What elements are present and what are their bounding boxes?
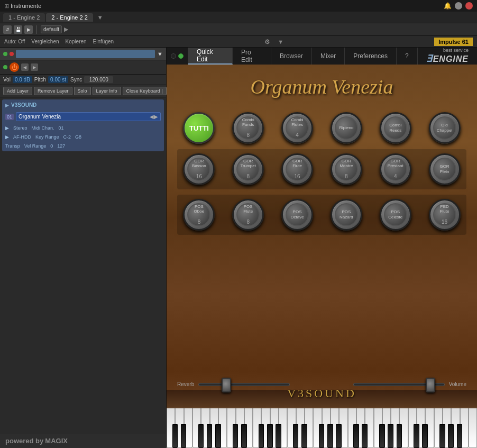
copy-btn[interactable]: Kopieren [66,39,87,44]
key-range-end: G8 [75,134,81,140]
stop-ripieno[interactable]: Ripieno [331,112,362,144]
remove-layer-button[interactable]: Remove Layer [34,87,72,95]
org-bk-4-0[interactable] [414,424,419,448]
org-bk-4-1[interactable] [422,424,428,448]
pitch-value[interactable]: 0.00 st [48,76,68,83]
layer-expand-3[interactable]: ▶ [5,134,9,140]
paste-btn[interactable]: Einfügen [93,39,114,44]
tab-preferences[interactable]: Preferences [345,48,397,65]
project-input[interactable]: new project [16,50,155,58]
vol-value[interactable]: 0.0 dB [13,76,32,83]
volume-slider-track[interactable] [353,383,445,386]
org-bk-0-5[interactable] [215,424,221,448]
org-bk-1-0[interactable] [233,424,238,448]
org-bk-2-1[interactable] [301,424,307,448]
layer-expand-2[interactable]: ▶ [5,125,9,131]
org-bk-0-0[interactable] [172,424,178,448]
stop-gor-basson[interactable]: GORBasson16 [183,153,215,185]
layer-info-button[interactable]: Layer Info [93,87,121,95]
org-bk-2-3[interactable] [319,424,325,448]
tab-expand[interactable]: ▼ [94,14,106,21]
stop-combi-flutes[interactable]: CombiFlutes4 [281,112,313,144]
stop-pos-octave[interactable]: POSOctave [281,199,313,231]
org-bk-3-5[interactable] [397,424,402,448]
layer-expand-arrow[interactable]: ▶ [5,103,9,108]
layer-name-select[interactable]: Organum Venezia ◀▶ [16,112,161,121]
reverb-slider-track[interactable] [198,383,290,386]
stop-gor-prestant[interactable]: GORPrestant4 [380,153,411,185]
org-bk-3-1[interactable] [362,424,368,448]
add-layer-button[interactable]: Add Layer [3,87,32,95]
nav-prev[interactable]: ◀ [21,63,29,71]
nav-next[interactable]: ▶ [31,63,38,71]
layer-channel: 01 [5,114,14,120]
redo-icon[interactable]: ▶ [24,25,33,34]
stop-pos-flute[interactable]: POSFlute8 [232,199,264,231]
layer-header-row: ▶ V3SOUND [5,102,161,108]
stop-gor-plein[interactable]: GORPlein [429,153,461,185]
stop-gor-montre[interactable]: GORMontre8 [331,153,362,185]
gear-icon[interactable]: ⚙ [264,38,270,45]
stop-combi-funds[interactable]: CombiFunds8 [232,112,264,144]
tab-browser[interactable]: Browser [271,48,312,65]
org-bk-1-5[interactable] [276,424,281,448]
sync-value[interactable]: 120.000 [84,76,113,83]
save-icon[interactable]: 💾 [14,25,22,34]
org-bk-1-1[interactable] [241,424,247,448]
tab-quick-edit[interactable]: Quick Edit [188,48,233,65]
preset-arrow[interactable]: ▶ [64,26,68,33]
undo-icon[interactable]: ↺ [3,25,12,34]
stop-old-chappel[interactable]: OldChappel [429,112,461,144]
compare-btn[interactable]: Vergleichen [31,39,59,44]
org-bk-1-3[interactable] [259,424,264,448]
close-button[interactable] [465,2,473,10]
stop-pos-celeste[interactable]: POSCeleste [380,199,411,231]
vol-label: Vol [3,77,11,83]
org-bk-3-4[interactable] [388,424,393,448]
tab-pro-edit[interactable]: Pro Edit [233,48,271,65]
org-bk-2-5[interactable] [336,424,342,448]
layer-item[interactable]: ▶ V3SOUND 01 Organum Venezia ◀▶ ▶ Stereo… [2,99,164,151]
tab-engine-1[interactable]: 1 - Engine 2 [3,13,45,22]
close-keyboard-button[interactable]: Close Keyboard | [123,87,167,95]
org-bk-3-0[interactable] [353,424,359,448]
power-icon[interactable]: ⏻ [10,62,19,72]
stop-combi-reeds[interactable]: CombiReeds [380,112,411,144]
tutti-button[interactable]: TUTTI [183,112,215,144]
org-bk-2-0[interactable] [293,424,299,448]
stop-gor-trumpet[interactable]: GORTrumpet8 [232,153,264,185]
powered-by-text: powered by [5,437,43,445]
layer-routing-row: ▶ Stereo Midi Chan. 01 [5,125,64,131]
tab-engine-2[interactable]: 2 - Engine 2 2 [46,13,93,22]
project-dropdown-arrow[interactable]: ▼ [157,51,163,57]
piano-white-key-35[interactable] [469,408,477,448]
settings-arrow[interactable]: ▼ [278,39,283,45]
stop-pos-oboe[interactable]: POSOboe8 [183,199,215,231]
brand-name: MAGIX [45,437,68,445]
org-bk-4-4[interactable] [448,424,454,448]
layer-brand-label: V3SOUND [11,102,36,108]
org-bk-4-5[interactable] [457,424,463,448]
org-bk-1-4[interactable] [267,424,273,448]
stop-gor-flute[interactable]: GORFlute16 [281,153,313,185]
preset-dropdown[interactable]: default [41,25,62,33]
org-bk-0-4[interactable] [207,424,213,448]
org-bk-0-1[interactable] [181,424,187,448]
layer-transp-row: Transp Vel Range 0 127 [5,143,65,149]
status-light-green [3,52,7,56]
minimize-button[interactable] [455,2,462,10]
org-bk-3-3[interactable] [379,424,385,448]
stop-pos-nazard[interactable]: POSNazard [331,199,362,231]
toolbar-separator [36,25,37,34]
status-light-1 [171,53,176,59]
tab-mixer[interactable]: Mixer [312,48,345,65]
layer-name-arrows[interactable]: ◀▶ [150,114,158,120]
vel-range-label: Vel Range [24,143,47,149]
org-bk-4-3[interactable] [439,424,445,448]
org-bk-0-3[interactable] [198,424,204,448]
tab-help[interactable]: ? [397,48,418,65]
engine-tabs: Quick Edit Pro Edit Browser Mixer Prefer… [167,48,477,65]
stop-ped-flute[interactable]: PEDFlute16 [429,199,461,231]
solo-button[interactable]: Solo [74,87,91,95]
org-bk-2-4[interactable] [327,424,333,448]
